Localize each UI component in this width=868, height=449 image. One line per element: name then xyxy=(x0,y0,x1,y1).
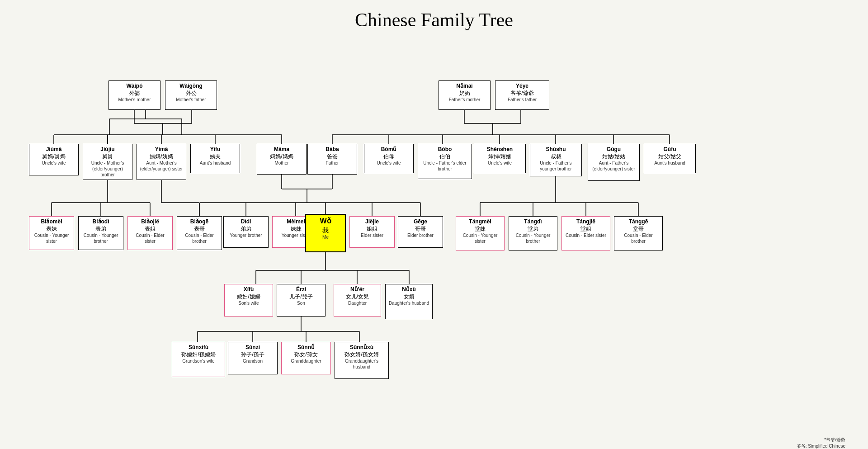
biaomei-node: Biǎomèi 表妹 Cousin - Younger sister xyxy=(29,216,74,250)
nuxu-node: Nǚxù 女婿 Daughter's husband xyxy=(385,284,433,319)
footnote: *爷爷/爺爺 爷爷: Simplified Chinese 爺爺: Tradit… xyxy=(795,437,845,449)
jiejie-node: Jiějie 姐姐 Elder sister xyxy=(349,216,395,248)
nainai-chinese: 奶奶 xyxy=(441,90,488,97)
yifu-node: Yífu 姨夫 Aunt's husband xyxy=(190,144,240,173)
sunnv-node: Sūnnǚ 孙女/孫女 Granddaughter xyxy=(281,342,331,374)
yeye-pinyin: Yéye xyxy=(498,83,547,90)
sunnvxu-node: Sūnnǚxù 孙女婿/孫女婿 Granddaughter's husband xyxy=(335,342,389,379)
nainai-desc: Father's mother xyxy=(441,97,488,103)
gugu-node: Gūgu 姑姑/姑姑 Aunt - Father's (elder/younge… xyxy=(588,144,640,181)
tangmei-node: Tángmèi 堂妹 Cousin - Younger sister xyxy=(456,216,505,250)
footnote-line1: *爷爷/爺爺 xyxy=(795,437,845,443)
waigong-node: Wàigōng 外公 Mother's father xyxy=(165,80,217,110)
sunxifu-node: Sūnxífù 孙媳妇/孫媳婦 Grandson's wife xyxy=(172,342,225,377)
bobo-node: Bóbo 伯伯 Uncle - Father's elder brother xyxy=(418,144,472,179)
waipo-node: Wàipó 外婆 Mother's mother xyxy=(108,80,160,110)
tangdi-node: Tángdì 堂弟 Cousin - Younger brother xyxy=(509,216,557,250)
waipo-chinese: 外婆 xyxy=(111,90,158,97)
yima-node: Yímā 姨妈/姨媽 Aunt - Mother's (elder/younge… xyxy=(137,144,186,180)
didi-node: Dìdi 弟弟 Younger brother xyxy=(223,216,269,248)
sunzi-node: Sūnzi 孙子/孫子 Grandson xyxy=(228,342,278,374)
waigong-desc: Mother's father xyxy=(168,97,214,103)
waigong-pinyin: Wàigōng xyxy=(168,83,214,90)
nainai-pinyin: Nǎinai xyxy=(441,83,488,90)
mama-node: Māma 妈妈/媽媽 Mother xyxy=(257,144,307,175)
biaojie-node: Biǎojiě 表姐 Cousin - Elder sister xyxy=(127,216,173,250)
biaodi-node: Biǎodì 表弟 Cousin - Younger brother xyxy=(78,216,123,250)
tree-container: Wàipó 外婆 Mother's mother Wàigōng 外公 Moth… xyxy=(9,40,859,449)
jiuma-node: Jiùmā 舅妈/舅媽 Uncle's wife xyxy=(29,144,79,175)
shenshen-node: Shěnshen 婶婶/嬸嬸 Uncle's wife xyxy=(474,144,526,173)
waipo-desc: Mother's mother xyxy=(111,97,158,103)
gufu-node: Gūfu 姑父/姑父 Aunt's husband xyxy=(644,144,696,173)
waigong-chinese: 外公 xyxy=(168,90,214,97)
page-title: Chinese Family Tree xyxy=(9,9,859,31)
nuer-node: Nǚ'ér 女儿/女兒 Daughter xyxy=(334,284,381,317)
erzi-node: Érzi 儿子/兒子 Son xyxy=(277,284,326,317)
footnote-line2: 爷爷: Simplified Chinese xyxy=(795,443,845,449)
yeye-node: Yéye 爷爷/爺爺 Father's father xyxy=(495,80,549,110)
wo-node: Wǒ 我 Me xyxy=(305,214,346,252)
gege-node: Gēge 哥哥 Elder brother xyxy=(398,216,443,248)
xifu-node: Xífù 媳妇/媳婦 Son's wife xyxy=(224,284,273,317)
yeye-chinese: 爷爷/爺爺 xyxy=(498,90,547,97)
tangjie-node: Tángjiě 堂姐 Cousin - Elder sister xyxy=(561,216,610,250)
baba-node: Bàba 爸爸 Father xyxy=(307,144,357,175)
jiujiu-node: Jiùjiu 舅舅 Uncle - Mother's (elder/younge… xyxy=(83,144,132,180)
waipo-pinyin: Wàipó xyxy=(111,83,158,90)
page: Chinese Family Tree xyxy=(0,0,868,449)
yeye-desc: Father's father xyxy=(498,97,547,103)
biaoge-node: Biǎogē 表哥 Cousin - Elder brother xyxy=(177,216,222,250)
bomu-node: Bómǔ 伯母 Uncle's wife xyxy=(364,144,414,173)
tangge-node: Tánggē 堂哥 Cousin - Elder brother xyxy=(614,216,663,250)
shushu-node: Shūshu 叔叔 Uncle - Father's younger broth… xyxy=(530,144,582,176)
nainai-node: Nǎinai 奶奶 Father's mother xyxy=(439,80,491,110)
